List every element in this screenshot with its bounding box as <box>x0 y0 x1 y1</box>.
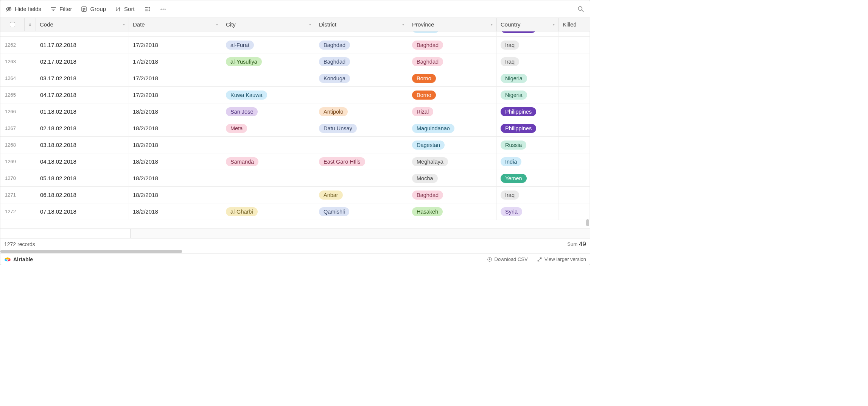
row-lock-spacer[interactable] <box>25 153 36 170</box>
cell-date[interactable]: 18/2/2018 <box>129 103 222 120</box>
table-row[interactable]: 126803.18.02.201818/2/2018DagestanRussia <box>0 137 590 153</box>
row-number[interactable]: 1266 <box>0 103 25 120</box>
cell-city[interactable]: Kuwa Kauwa <box>222 87 315 103</box>
cell-date[interactable]: 18/2/2018 <box>129 170 222 186</box>
cell-code[interactable]: 02.18.02.2018 <box>36 120 129 136</box>
table-row[interactable]: 126702.18.02.201818/2/2018MetaDatu Unsay… <box>0 120 590 137</box>
cell-country[interactable]: Nigeria <box>497 87 559 103</box>
column-header-date[interactable]: Date▾ <box>129 18 222 31</box>
cell-killed[interactable] <box>559 153 590 170</box>
cell-country[interactable]: Yemen <box>497 170 559 186</box>
row-lock-spacer[interactable] <box>25 87 36 103</box>
cell-date[interactable]: 17/2/2018 <box>129 87 222 103</box>
cell-country[interactable]: Philippines <box>497 31 559 36</box>
group-button[interactable]: Group <box>81 6 106 12</box>
table-row[interactable]: 126904.18.02.201818/2/2018SamandaEast Ga… <box>0 153 590 170</box>
table-row[interactable]: 127005.18.02.201818/2/2018MochaYemen <box>0 170 590 187</box>
hide-fields-button[interactable]: Hide fields <box>6 6 41 12</box>
table-row[interactable]: 126504.17.02.201817/2/2018Kuwa KauwaBorn… <box>0 87 590 103</box>
cell-date[interactable]: 17/2/2018 <box>129 53 222 70</box>
row-number[interactable]: 1269 <box>0 153 25 170</box>
cell-country[interactable]: Iraq <box>497 187 559 203</box>
cell-date[interactable]: 18/2/2018 <box>129 153 222 170</box>
cell-district[interactable] <box>315 87 408 103</box>
cell-district[interactable]: Anbar <box>315 187 408 203</box>
grid-body[interactable]: 126108.18.02.201818/2/2018BasilanPhilipp… <box>0 31 590 228</box>
cell-code[interactable]: 03.18.02.2018 <box>36 137 129 153</box>
row-number[interactable]: 1263 <box>0 53 25 70</box>
cell-province[interactable]: Hasakeh <box>408 203 497 220</box>
filter-button[interactable]: Filter <box>50 6 72 12</box>
more-button[interactable] <box>160 6 166 12</box>
view-larger-link[interactable]: View larger version <box>537 256 586 262</box>
cell-killed[interactable] <box>559 31 590 36</box>
row-number[interactable]: 1265 <box>0 87 25 103</box>
cell-city[interactable] <box>222 187 315 203</box>
cell-code[interactable]: 04.17.02.2018 <box>36 87 129 103</box>
row-lock-spacer[interactable] <box>25 187 36 203</box>
vertical-scrollbar[interactable] <box>586 219 589 226</box>
cell-district[interactable]: Antipolo <box>315 103 408 120</box>
column-header-district[interactable]: District▾ <box>315 18 408 31</box>
table-row[interactable]: 127106.18.02.201818/2/2018AnbarBaghdadIr… <box>0 187 590 203</box>
row-lock-spacer[interactable] <box>25 137 36 153</box>
cell-country[interactable]: Philippines <box>497 103 559 120</box>
column-header-code[interactable]: Code▾ <box>36 18 129 31</box>
row-lock-spacer[interactable] <box>25 53 36 70</box>
cell-city[interactable] <box>222 137 315 153</box>
cell-district[interactable]: East Garo HIlls <box>315 153 408 170</box>
select-all-cell[interactable] <box>0 18 25 31</box>
cell-district[interactable]: Qamishli <box>315 203 408 220</box>
search-button[interactable] <box>577 5 585 13</box>
row-lock-spacer[interactable] <box>25 103 36 120</box>
cell-province[interactable]: Mocha <box>408 170 497 186</box>
row-number[interactable]: 1262 <box>0 37 25 53</box>
cell-date[interactable]: 17/2/2018 <box>129 70 222 86</box>
cell-code[interactable]: 05.18.02.2018 <box>36 170 129 186</box>
table-row[interactable]: 126302.17.02.201817/2/2018al-YusufiyaBag… <box>0 53 590 70</box>
row-lock-spacer[interactable] <box>25 70 36 86</box>
row-number[interactable]: 1264 <box>0 70 25 86</box>
cell-district[interactable] <box>315 31 408 36</box>
row-lock-spacer[interactable] <box>25 120 36 136</box>
cell-killed[interactable] <box>559 53 590 70</box>
table-row[interactable]: 127207.18.02.201818/2/2018al-GharbiQamis… <box>0 203 590 220</box>
cell-province[interactable]: Baghdad <box>408 37 497 53</box>
column-header-killed[interactable]: Killed <box>559 18 590 31</box>
row-lock-spacer[interactable] <box>25 203 36 220</box>
row-lock-spacer[interactable] <box>25 37 36 53</box>
cell-killed[interactable] <box>559 203 590 220</box>
cell-country[interactable]: Philippines <box>497 120 559 136</box>
cell-code[interactable]: 06.18.02.2018 <box>36 187 129 203</box>
cell-date[interactable]: 18/2/2018 <box>129 137 222 153</box>
cell-province[interactable]: Dagestan <box>408 137 497 153</box>
cell-country[interactable]: India <box>497 153 559 170</box>
cell-code[interactable]: 01.17.02.2018 <box>36 37 129 53</box>
cell-province[interactable]: Basilan <box>408 31 497 36</box>
cell-code[interactable]: 02.17.02.2018 <box>36 53 129 70</box>
cell-date[interactable]: 17/2/2018 <box>129 37 222 53</box>
table-row[interactable]: 126403.17.02.201817/2/2018KondugaBornoNi… <box>0 70 590 87</box>
cell-country[interactable]: Iraq <box>497 53 559 70</box>
cell-code[interactable]: 07.18.02.2018 <box>36 203 129 220</box>
row-number[interactable]: 1272 <box>0 203 25 220</box>
download-csv-link[interactable]: Download CSV <box>487 256 528 262</box>
cell-date[interactable]: 18/2/2018 <box>129 31 222 36</box>
cell-district[interactable]: Konduga <box>315 70 408 86</box>
row-lock-spacer[interactable] <box>25 31 36 36</box>
cell-city[interactable]: al-Furat <box>222 37 315 53</box>
cell-province[interactable]: Borno <box>408 70 497 86</box>
cell-date[interactable]: 18/2/2018 <box>129 203 222 220</box>
cell-province[interactable]: Baghdad <box>408 53 497 70</box>
cell-province[interactable]: Maguindanao <box>408 120 497 136</box>
cell-country[interactable]: Nigeria <box>497 70 559 86</box>
cell-country[interactable]: Iraq <box>497 37 559 53</box>
cell-killed[interactable] <box>559 37 590 53</box>
select-all-checkbox[interactable] <box>10 22 15 27</box>
cell-city[interactable]: Meta <box>222 120 315 136</box>
cell-code[interactable]: 08.18.02.2018 <box>36 31 129 36</box>
table-row[interactable]: 126108.18.02.201818/2/2018BasilanPhilipp… <box>0 31 590 37</box>
cell-killed[interactable] <box>559 120 590 136</box>
row-number[interactable]: 1267 <box>0 120 25 136</box>
cell-country[interactable]: Russia <box>497 137 559 153</box>
